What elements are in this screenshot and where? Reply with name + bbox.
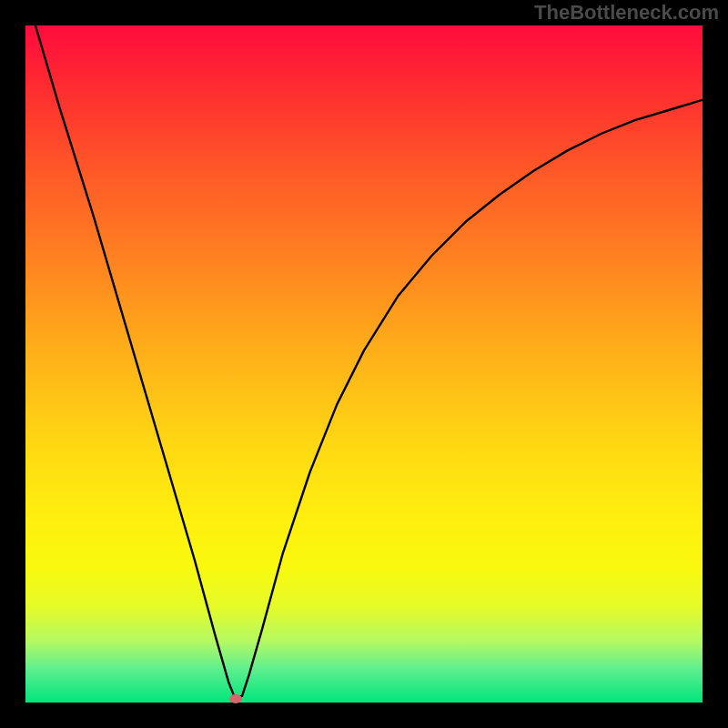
plot-area [25,25,703,703]
minimum-marker [229,694,242,703]
watermark-text: TheBottleneck.com [534,0,719,25]
bottleneck-curve [25,25,703,699]
curve-svg [25,25,703,703]
chart-frame: TheBottleneck.com [0,0,728,728]
